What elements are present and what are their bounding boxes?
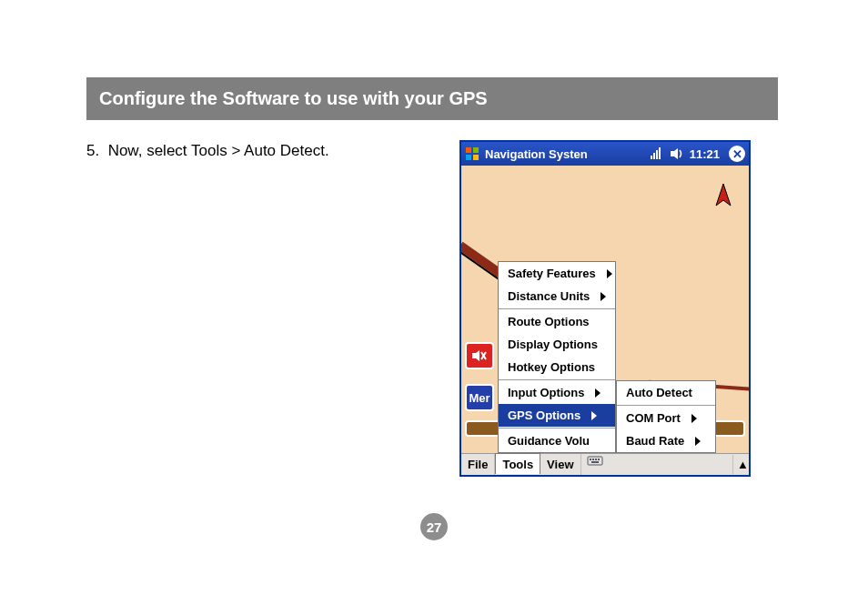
map-canvas[interactable]: Mer Safety Features Distance Units Route… — [461, 166, 749, 475]
menu-item-label: COM Port — [626, 411, 681, 425]
svg-marker-10 — [472, 350, 479, 361]
chevron-right-icon — [591, 411, 597, 420]
svg-rect-18 — [591, 461, 599, 463]
menu-item-label: Route Options — [508, 315, 590, 328]
menu-item-baud-rate[interactable]: Baud Rate — [617, 429, 715, 452]
device-menubar: File Tools View ▲ — [461, 453, 749, 475]
svg-rect-7 — [659, 147, 661, 159]
menubar-item-file[interactable]: File — [461, 454, 495, 475]
svg-rect-3 — [473, 155, 479, 160]
chevron-right-icon — [695, 437, 701, 446]
menubar-item-tools[interactable]: Tools — [495, 453, 540, 474]
menu-item-gps-options[interactable]: GPS Options — [499, 404, 615, 427]
menu-item-label: GPS Options — [508, 408, 580, 422]
compass-icon — [714, 184, 732, 211]
page-number-badge: 27 — [420, 513, 448, 540]
menu-item-com-port[interactable]: COM Port — [617, 407, 715, 429]
menu-item-guidance-volume[interactable]: Guidance Volu — [499, 429, 615, 452]
menu-item-display-options[interactable]: Display Options — [499, 333, 615, 356]
speaker-icon[interactable] — [670, 147, 684, 160]
menu-item-label: Baud Rate — [626, 434, 684, 448]
svg-rect-17 — [598, 459, 600, 460]
menu-separator — [499, 308, 615, 309]
signal-icon[interactable] — [650, 147, 664, 160]
step-text: 5. Now, select Tools > Auto Detect. — [86, 140, 432, 160]
chevron-right-icon — [595, 388, 601, 398]
svg-marker-8 — [671, 148, 678, 159]
step-body: Now, select Tools > Auto Detect. — [108, 142, 329, 159]
chevron-right-icon — [601, 292, 606, 301]
menu-item-safety-features[interactable]: Safety Features — [499, 262, 615, 285]
keyboard-icon[interactable] — [587, 454, 603, 467]
svg-rect-6 — [656, 150, 658, 159]
menu-item-hotkey-options[interactable]: Hotkey Options — [499, 356, 615, 378]
svg-rect-5 — [653, 153, 655, 159]
step-number: 5. — [86, 142, 99, 159]
menu-item-auto-detect[interactable]: Auto Detect — [617, 381, 715, 404]
svg-rect-14 — [590, 459, 591, 460]
svg-rect-2 — [466, 155, 471, 160]
device-titlebar: Navigation Systen 11:21 ✕ — [461, 142, 749, 166]
device-title-text: Navigation Systen — [485, 147, 588, 161]
svg-rect-15 — [592, 459, 594, 460]
tools-menu: Safety Features Distance Units Route Opt… — [498, 261, 616, 453]
section-title: Configure the Software to use with your … — [86, 77, 778, 120]
svg-rect-0 — [466, 147, 471, 153]
svg-rect-4 — [651, 156, 652, 159]
device-clock: 11:21 — [690, 147, 720, 161]
menu-separator — [499, 428, 615, 429]
menu-item-label: Input Options — [508, 386, 584, 399]
menu-item-label: Auto Detect — [626, 386, 692, 399]
menu-item-distance-units[interactable]: Distance Units — [499, 285, 615, 308]
menubar-item-view[interactable]: View — [540, 454, 580, 475]
menu-separator — [617, 405, 715, 406]
chevron-right-icon — [691, 414, 697, 423]
up-arrow-button[interactable]: ▲ — [732, 455, 749, 474]
menu-item-label: Guidance Volu — [508, 434, 590, 448]
device-screenshot: Navigation Systen 11:21 ✕ — [459, 140, 751, 477]
menu-item-label: Safety Features — [508, 267, 596, 280]
menu-item-label: Hotkey Options — [508, 360, 595, 374]
windows-flag-icon — [465, 146, 479, 161]
menu-item-label: Distance Units — [508, 289, 590, 303]
svg-rect-16 — [595, 459, 597, 460]
menu-separator — [499, 379, 615, 380]
mute-button[interactable] — [465, 342, 494, 369]
svg-marker-9 — [716, 184, 731, 206]
gps-options-submenu: Auto Detect COM Port Baud Rate — [616, 380, 716, 453]
chevron-right-icon — [607, 269, 612, 278]
menu-button[interactable]: Mer — [465, 384, 494, 411]
svg-rect-1 — [473, 147, 479, 153]
menu-item-route-options[interactable]: Route Options — [499, 310, 615, 333]
menu-item-label: Display Options — [508, 338, 598, 351]
svg-rect-13 — [588, 457, 602, 465]
close-icon[interactable]: ✕ — [729, 146, 745, 162]
menu-item-input-options[interactable]: Input Options — [499, 381, 615, 404]
